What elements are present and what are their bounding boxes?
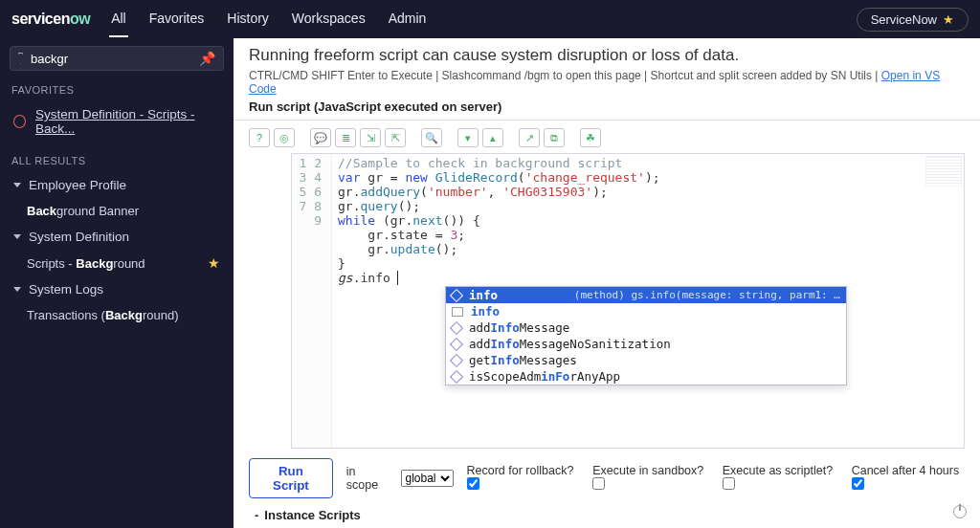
rollback-checkbox[interactable] [467, 477, 479, 490]
favorites-header: FAVORITES [11, 84, 222, 96]
minimap[interactable] [925, 156, 962, 187]
sidebar-item-scripts-background[interactable]: Scripts - Background ★ [10, 250, 224, 276]
scriptlet-checkbox[interactable] [723, 477, 735, 490]
topbar: servicenow All Favorites History Workspa… [0, 0, 980, 38]
chevron-down-icon [13, 183, 21, 187]
star-icon[interactable]: ★ [208, 255, 220, 271]
method-icon [450, 288, 463, 301]
signature-hint: (method) gs.info(message: string, parm1:… [574, 289, 840, 301]
footer-controls: Run Script in scope global Record for ro… [234, 449, 980, 502]
all-results-header: ALL RESULTS [11, 155, 222, 166]
scope-label: in scope [346, 465, 388, 492]
chevron-down-icon [13, 234, 21, 239]
sandbox-label[interactable]: Execute in sandbox? [592, 464, 709, 493]
target-icon[interactable]: ◎ [274, 128, 295, 147]
pin-icon[interactable]: 📌 [199, 51, 215, 66]
line-gutter: 1 2 3 4 5 6 7 8 9 [292, 154, 332, 448]
keyword-icon [452, 307, 463, 317]
code-body[interactable]: //Sample to check in background script v… [332, 154, 964, 287]
autocomplete-popup[interactable]: info(method) gs.info(message: string, pa… [445, 286, 847, 385]
scriptlet-label[interactable]: Execute as scriptlet? [723, 464, 838, 493]
content: Running freeform script can cause system… [234, 38, 980, 528]
autocomplete-item[interactable]: info [446, 303, 846, 319]
chevron-down-icon [13, 287, 21, 292]
tab-admin[interactable]: Admin [387, 1, 429, 37]
run-script-button[interactable]: Run Script [249, 458, 333, 498]
scope-select[interactable]: global [401, 470, 454, 487]
sidebar: 📌 FAVORITES System Definition - Scripts … [0, 38, 234, 528]
step-out-icon[interactable]: ⇱ [385, 128, 406, 147]
cancel-checkbox[interactable] [852, 477, 864, 490]
list-icon[interactable]: ≣ [335, 128, 356, 147]
search-icon[interactable]: 🔍 [421, 128, 442, 147]
code-editor[interactable]: 1 2 3 4 5 6 7 8 9 //Sample to check in b… [291, 153, 965, 449]
group-employee-profile[interactable]: Employee Profile [10, 172, 224, 198]
popout-1-icon[interactable]: ↗ [519, 128, 540, 147]
autocomplete-item[interactable]: addInfoMessage [446, 319, 846, 336]
method-icon [450, 320, 463, 334]
cancel-label[interactable]: Cancel after 4 hours [852, 464, 965, 493]
comment-icon[interactable]: 💬 [310, 128, 331, 147]
autocomplete-item[interactable]: getInfoMessages [446, 352, 846, 368]
step-in-icon[interactable]: ⇲ [360, 128, 381, 147]
favorite-item[interactable]: System Definition - Scripts - Back... [10, 101, 224, 142]
autocomplete-item[interactable]: addInfoMessageNoSanitization [446, 336, 846, 352]
tab-favorites[interactable]: Favorites [147, 1, 207, 37]
sidebar-item-transactions[interactable]: Transactions (Background) [10, 302, 224, 328]
sidebar-item-banner[interactable]: Background Banner [10, 198, 224, 224]
chevron-up-icon[interactable]: ▴ [482, 128, 503, 147]
method-icon [450, 337, 463, 350]
help-icon[interactable]: ? [249, 128, 270, 147]
logo: servicenow [11, 11, 90, 28]
popout-2-icon[interactable]: ⧉ [544, 128, 565, 147]
rollback-label[interactable]: Record for rollback? [467, 464, 580, 493]
run-script-header: Run script (JavaScript executed on serve… [234, 99, 980, 116]
group-system-definition[interactable]: System Definition [10, 224, 224, 250]
warning-banner: Running freeform script can cause system… [234, 38, 980, 69]
editor-toolbar: ? ◎ 💬 ≣ ⇲ ⇱ 🔍 ▾ ▴ ↗ ⧉ ☘ [234, 126, 980, 153]
method-icon [450, 353, 463, 366]
group-system-logs[interactable]: System Logs [10, 276, 224, 302]
filter-box[interactable]: 📌 [10, 46, 224, 71]
filter-input[interactable] [31, 52, 191, 66]
servicenow-button[interactable]: ServiceNow★ [857, 8, 969, 32]
method-icon [450, 369, 463, 383]
subline: CTRL/CMD SHIFT Enter to Execute | Slashc… [234, 69, 980, 99]
chevron-down-icon[interactable]: ▾ [457, 128, 479, 147]
power-icon[interactable] [953, 505, 967, 518]
autocomplete-item[interactable]: isScopeAdminForAnyApp [446, 368, 846, 385]
tab-all[interactable]: All [109, 1, 128, 37]
instance-scripts-toggle[interactable]: Instance Scripts [234, 502, 980, 528]
tab-history[interactable]: History [225, 1, 271, 37]
autocomplete-item[interactable]: info(method) gs.info(message: string, pa… [446, 287, 846, 303]
sandbox-checkbox[interactable] [592, 477, 605, 490]
star-icon: ★ [943, 12, 954, 27]
filter-icon [18, 53, 23, 64]
tab-workspaces[interactable]: Workspaces [290, 1, 368, 37]
bug-icon[interactable]: ☘ [580, 128, 601, 147]
primary-tabs: All Favorites History Workspaces Admin [109, 1, 428, 37]
